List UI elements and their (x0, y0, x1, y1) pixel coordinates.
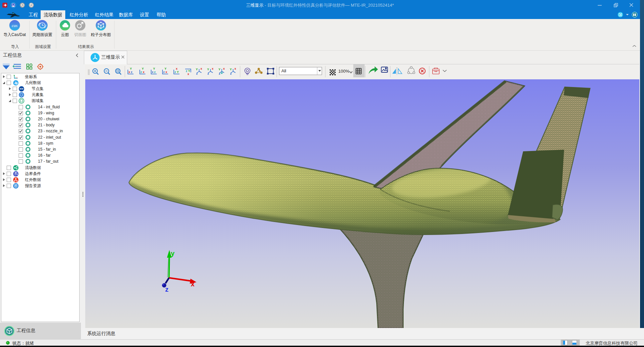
svg-text:Y: Y (153, 67, 155, 70)
svg-text:Y: Y (207, 68, 209, 71)
svg-text:Y: Y (142, 67, 144, 70)
svg-text:x: x (223, 67, 225, 70)
svg-text:z: z (154, 70, 156, 74)
svg-text:z: z (165, 286, 168, 293)
svg-text:z: z (174, 70, 176, 74)
svg-text:z: z (230, 72, 232, 75)
svg-text:x: x (200, 67, 202, 70)
svg-text:z: z (196, 72, 198, 75)
svg-text:z: z (219, 72, 220, 75)
svg-text:Y: Y (130, 67, 132, 70)
svg-text:x: x (212, 67, 213, 70)
svg-text:x: x (176, 67, 177, 70)
svg-text:x: x (16, 76, 18, 79)
svg-text:Y: Y (218, 68, 220, 71)
svg-text:x: x (152, 70, 154, 74)
svg-text:z: z (131, 70, 133, 74)
svg-text:x: x (165, 70, 167, 74)
svg-text:cas: cas (12, 23, 17, 28)
svg-text:Y: Y (164, 67, 166, 70)
svg-text:x: x (234, 67, 236, 70)
svg-text:y: y (171, 250, 175, 257)
svg-text:Y: Y (230, 68, 232, 71)
svg-text:x: x (129, 70, 130, 74)
svg-text:x: x (143, 70, 145, 74)
svg-text:z: z (15, 76, 16, 79)
svg-text:z: z (141, 70, 142, 74)
svg-text:x: x (191, 280, 194, 288)
svg-text:x: x (187, 72, 189, 76)
svg-text:Y: Y (196, 68, 198, 71)
svg-text:z: z (207, 72, 209, 75)
svg-text:z: z (163, 70, 165, 74)
svg-text:Y: Y (177, 70, 179, 74)
